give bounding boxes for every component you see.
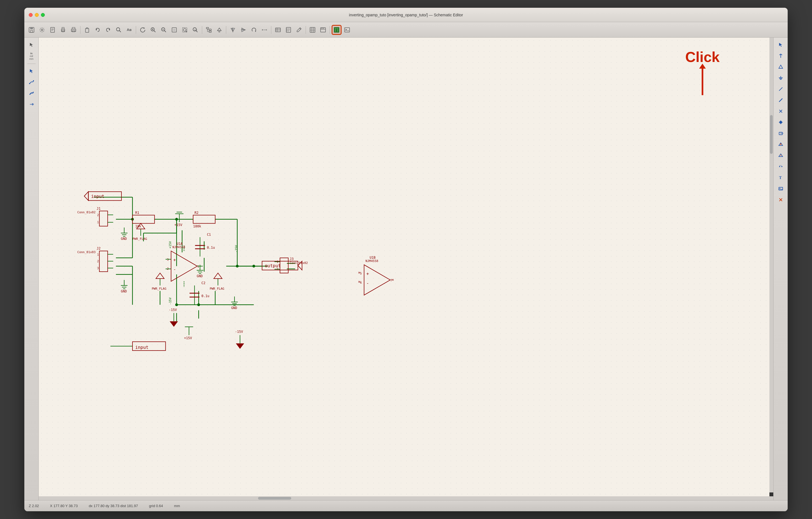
right-sidebar: T (773, 38, 788, 500)
GND-4: GND (231, 296, 238, 310)
svg-point-130 (197, 304, 200, 306)
bom-button[interactable] (284, 25, 293, 35)
zoom-out-button[interactable] (159, 25, 169, 35)
find-button[interactable] (114, 25, 124, 35)
svg-point-60 (287, 31, 287, 31)
pcb-editor-button[interactable] (331, 25, 342, 35)
up-button[interactable] (214, 25, 224, 35)
svg-marker-132 (84, 192, 88, 201)
delta-coords: dx 177.80 dy 38.73 dist 181.97 (89, 504, 138, 508)
J1-component: J1 Conn_01x02 2 1 (78, 207, 113, 226)
hierarchy-button[interactable] (204, 25, 214, 35)
line-tool[interactable] (775, 84, 786, 94)
svg-point-129 (253, 265, 255, 267)
svg-marker-83 (30, 43, 33, 47)
svg-text:GND: GND (197, 274, 203, 278)
delete-tool[interactable] (775, 195, 786, 205)
del-power-tool[interactable] (775, 150, 786, 161)
svg-text:×: × (358, 270, 360, 275)
svg-text:NJM4558: NJM4558 (365, 259, 378, 263)
router-tool[interactable] (775, 162, 786, 172)
svg-rect-37 (209, 29, 211, 30)
add-symbol-tool[interactable] (775, 128, 786, 138)
svg-text:BOM: BOM (321, 28, 324, 29)
svg-text:R2: R2 (195, 211, 198, 215)
svg-line-19 (119, 30, 121, 32)
svg-text:3: 3 (97, 267, 99, 270)
gnd-tool[interactable] (775, 73, 786, 83)
svg-text:NJM4558: NJM4558 (173, 246, 185, 249)
no-connect-tool[interactable] (775, 106, 786, 116)
rotate-button[interactable] (249, 25, 259, 35)
svg-rect-79 (345, 28, 350, 32)
sep2 (136, 26, 136, 34)
v-scrollbar-thumb[interactable] (770, 115, 773, 154)
svg-text:2: 2 (97, 260, 99, 263)
select-tool[interactable] (26, 66, 37, 76)
text-tool[interactable]: T (775, 173, 786, 182)
mirror-x-button[interactable] (228, 25, 238, 35)
maximize-button[interactable] (41, 13, 45, 17)
svg-text:-: - (366, 281, 369, 286)
v-scrollbar[interactable] (770, 38, 773, 500)
GND-2: GND (121, 280, 127, 293)
pin-tool[interactable] (26, 99, 37, 109)
unit-in[interactable]: in (30, 52, 33, 55)
undo-button[interactable] (93, 25, 103, 35)
h-scrollbar-thumb[interactable] (258, 497, 291, 500)
mirror-y-button[interactable] (238, 25, 249, 35)
schematic-canvas[interactable]: input output J1 Conn_01x02 2 (39, 38, 770, 500)
svg-rect-142 (99, 251, 108, 272)
sep3 (202, 26, 202, 34)
cursor-tool[interactable] (26, 40, 37, 50)
annotate-button[interactable]: Aв (124, 25, 134, 35)
save-button[interactable] (27, 25, 36, 35)
unit-mm[interactable]: mm (29, 58, 33, 60)
unit-mil[interactable]: mil (30, 55, 33, 58)
wire-tool[interactable] (26, 77, 37, 87)
netlist-button[interactable] (273, 25, 283, 35)
redo-button[interactable] (103, 25, 113, 35)
svg-marker-49 (266, 29, 267, 31)
settings-button[interactable] (37, 25, 47, 35)
svg-rect-273 (779, 187, 783, 190)
R2-component: R2 180k (193, 211, 215, 229)
power-tool[interactable] (775, 62, 786, 72)
bus-wire-tool[interactable] (775, 95, 786, 105)
tools2-button[interactable] (294, 25, 304, 35)
svg-marker-42 (218, 28, 221, 31)
add-power-tool[interactable] (775, 139, 786, 149)
svg-text:0.1u: 0.1u (201, 294, 209, 298)
cursor-r-tool[interactable] (775, 40, 786, 50)
new-button[interactable] (48, 25, 58, 35)
svg-text:1:1: 1:1 (194, 28, 198, 31)
svg-rect-36 (206, 27, 208, 29)
svg-text:Conn_01x02: Conn_01x02 (290, 261, 308, 265)
minimize-button[interactable] (35, 13, 39, 17)
zoom-orig-button[interactable]: 1:1 (190, 25, 200, 35)
junction-tool[interactable] (775, 117, 786, 127)
bus-tool[interactable] (26, 88, 37, 98)
close-button[interactable] (29, 13, 33, 17)
bom2-button[interactable]: BOM (318, 25, 328, 35)
table-button[interactable] (308, 25, 318, 35)
image-tool[interactable] (775, 184, 786, 194)
terminal-button[interactable] (342, 25, 352, 35)
zoom-fit-button[interactable] (169, 25, 179, 35)
plus15v-bottom: +15V (184, 327, 193, 340)
net-tool[interactable] (775, 51, 786, 61)
zoom-in-button[interactable] (148, 25, 158, 35)
zoom-sel-button[interactable] (180, 25, 190, 35)
schematic-drawing: input output J1 Conn_01x02 2 (39, 38, 770, 500)
svg-point-3 (41, 29, 43, 31)
paste-button[interactable] (82, 25, 92, 35)
svg-text:T: T (779, 176, 782, 180)
svg-text:GND: GND (121, 289, 127, 293)
svg-text:×: × (392, 278, 394, 282)
print-button[interactable] (58, 25, 68, 35)
h-scrollbar[interactable] (39, 496, 770, 500)
print2-button[interactable] (68, 25, 79, 35)
flip-button[interactable] (259, 25, 269, 35)
svg-point-58 (287, 28, 287, 29)
refresh-button[interactable] (138, 25, 148, 35)
